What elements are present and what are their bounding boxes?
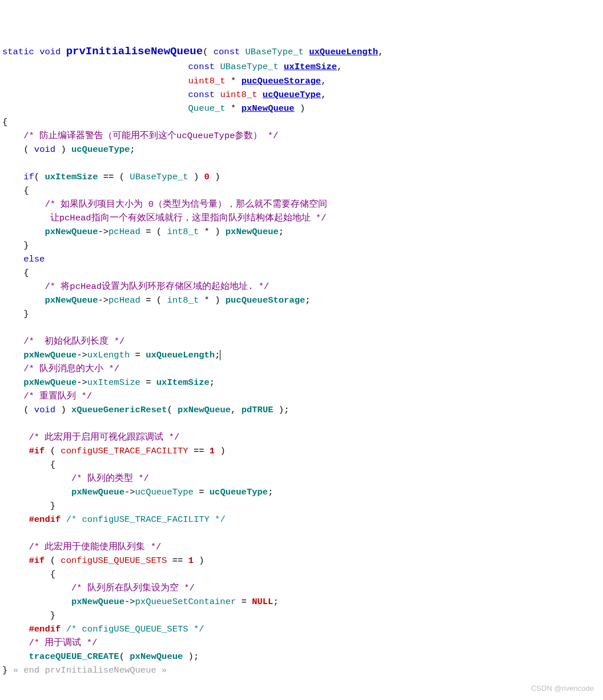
comment: /* 防止编译器警告（可能用不到这个ucQueueType参数） */ [23, 131, 278, 141]
id-pxNewQueue: pxNewQueue [226, 227, 279, 237]
fn-traceQUEUE_CREATE: traceQUEUE_CREATE [29, 651, 119, 662]
kw-const: const [214, 47, 240, 57]
num-zero: 0 [204, 172, 210, 182]
macro-qsets: configUSE_QUEUE_SETS [61, 556, 167, 566]
member-ucQueueType: ucQueueType [135, 487, 194, 497]
type-uint8: uint8_t [220, 90, 257, 100]
type-queue: Queue_t [188, 103, 226, 114]
member-pxQueueSetContainer: pxQueueSetContainer [135, 597, 236, 607]
param-uxQueueLength: uxQueueLength [309, 47, 378, 57]
id-pxNewQueue: pxNewQueue [23, 350, 77, 360]
id-pxNewQueue: pxNewQueue [23, 377, 77, 388]
type-int8: int8_t [167, 227, 199, 237]
kw-const: const [188, 62, 215, 72]
comment: /* 队列消息的大小 */ [23, 364, 119, 374]
kw-const: const [188, 90, 215, 100]
id-pxNewQueue: pxNewQueue [130, 651, 183, 662]
comment: /* 用于调试 */ [29, 638, 98, 648]
member-pcHead: pcHead [108, 227, 140, 237]
member-uxLength: uxLength [87, 350, 130, 360]
type-int8: int8_t [167, 295, 199, 305]
fn-xQueueGenericReset: xQueueGenericReset [71, 405, 167, 415]
pp-if: #if [29, 446, 45, 456]
type: UBaseType_t [220, 62, 278, 72]
id-pxNewQueue: pxNewQueue [71, 487, 124, 497]
comment: /* 初始化队列长度 */ [23, 336, 124, 347]
comment: 让pcHead指向一个有效区域就行，这里指向队列结构体起始地址 */ [45, 213, 326, 223]
param-uxItemSize: uxItemSize [284, 62, 337, 72]
type: UBaseType_t [130, 172, 188, 182]
function-name: prvInitialiseNewQueue [66, 45, 203, 58]
type: UBaseType_t [246, 47, 304, 57]
id-ucQueueType: ucQueueType [71, 144, 130, 155]
member-uxItemSize: uxItemSize [87, 377, 140, 388]
id-pxNewQueue: pxNewQueue [71, 597, 124, 607]
id-uxItemSize: uxItemSize [156, 377, 210, 388]
fold-hint: « end prvInitialiseNewQueue » [13, 665, 167, 675]
kw-void: void [34, 405, 55, 415]
member-pcHead: pcHead [108, 295, 140, 305]
keyword-void: void [39, 47, 61, 57]
keyword-static: static [2, 47, 34, 57]
param-ucQueueType: ucQueueType [263, 90, 321, 100]
comment: /* 队列所在队列集设为空 */ [71, 583, 195, 593]
kw-void: void [34, 144, 55, 155]
pp-if: #if [29, 556, 45, 566]
text-caret [220, 350, 220, 360]
comment-endif: /* configUSE_TRACE_FACILITY */ [66, 514, 226, 525]
comment: /* 此宏用于使能使用队列集 */ [29, 542, 162, 552]
id-pdTRUE: pdTRUE [242, 405, 274, 415]
watermark: CSDN @rivencode [531, 683, 594, 694]
comment: /* 此宏用于启用可视化跟踪调试 */ [29, 432, 180, 442]
pp-endif: #endif [29, 624, 61, 634]
comment-endif: /* configUSE_QUEUE_SETS */ [66, 624, 204, 634]
id-pxNewQueue: pxNewQueue [45, 227, 98, 237]
code-block: static void prvInitialiseNewQueue( const… [2, 43, 601, 677]
id-pxNewQueue: pxNewQueue [178, 405, 231, 415]
num-one: 1 [188, 556, 194, 566]
null-literal: NULL [252, 597, 273, 607]
num-one: 1 [210, 446, 215, 456]
type-uint8: uint8_t [188, 76, 226, 86]
comment: /* 重置队列 */ [23, 391, 92, 401]
id-uxItemSize: uxItemSize [45, 172, 98, 182]
comment: /* 队列的类型 */ [71, 473, 149, 484]
kw-if: if [23, 172, 34, 182]
id-ucQueueType: ucQueueType [210, 487, 268, 497]
comment: /* 将pcHead设置为队列环形存储区域的起始地址. */ [45, 281, 269, 292]
id-pxNewQueue: pxNewQueue [45, 295, 98, 305]
param-pxNewQueue: pxNewQueue [242, 103, 295, 114]
comment: /* 如果队列项目大小为 0（类型为信号量），那么就不需要存储空间 [45, 199, 327, 210]
macro-trace: configUSE_TRACE_FACILITY [61, 446, 188, 456]
pp-endif: #endif [29, 514, 61, 525]
id-uxQueueLength: uxQueueLength [146, 350, 215, 360]
param-pucQueueStorage: pucQueueStorage [242, 76, 321, 86]
id-pucQueueStorage: pucQueueStorage [226, 295, 305, 305]
kw-else: else [23, 254, 45, 264]
